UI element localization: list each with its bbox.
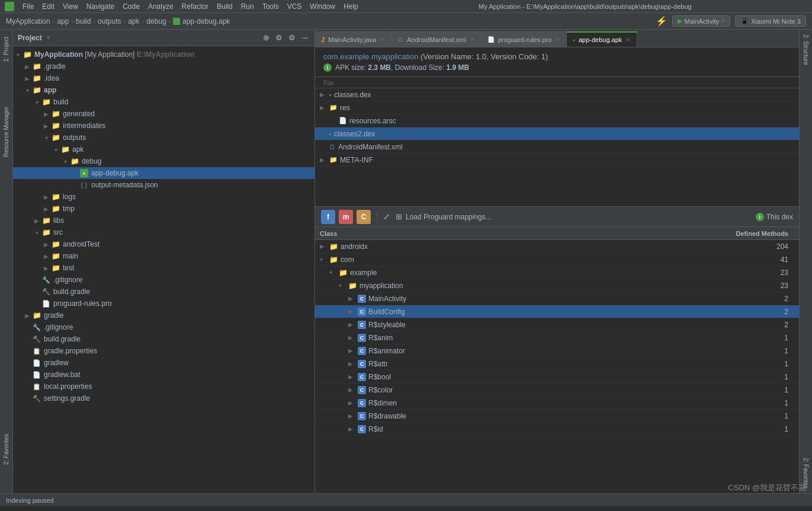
panel-icon-minimize[interactable]: ─ bbox=[300, 33, 310, 43]
tab-close-manifest[interactable]: ✕ bbox=[470, 36, 475, 43]
tab-androidmanifest[interactable]: 🗋 AndroidManifest.xml ✕ bbox=[391, 31, 482, 47]
tab-mainactivity[interactable]: J MainActivity.java ✕ bbox=[315, 31, 391, 47]
class-methods-com: 41 bbox=[699, 256, 794, 264]
tree-item-settings-gradle[interactable]: 🔨 settings.gradle bbox=[13, 392, 314, 404]
tab-apkdebug[interactable]: ▪ app-debug.apk ✕ bbox=[567, 31, 637, 47]
class-row-com[interactable]: ▾ 📁 com 41 bbox=[315, 253, 799, 266]
tree-item-buildgradle-root[interactable]: 🔨 build.gradle bbox=[13, 333, 314, 345]
class-row-buildconfig[interactable]: ▶ C BuildConfig 2 bbox=[315, 305, 799, 318]
device-selector[interactable]: 📱 Xiaomi Mi Note 3 bbox=[735, 15, 806, 27]
menu-vcs[interactable]: VCS bbox=[284, 1, 306, 12]
tree-item-app[interactable]: ▾ 📁 app bbox=[13, 84, 314, 96]
dex-btn-f[interactable]: f bbox=[321, 210, 335, 224]
class-row-mainactivity[interactable]: ▶ C MainActivity 2 bbox=[315, 292, 799, 305]
apk-item-androidmanifest[interactable]: 🗋 AndroidManifest.xml bbox=[315, 140, 799, 154]
tree-item-gradle-hidden[interactable]: ▶ 📁 .gradle bbox=[13, 60, 314, 72]
tree-item-gitignore-app[interactable]: 🔧 .gitignore bbox=[13, 274, 314, 286]
menu-window[interactable]: Window bbox=[306, 1, 339, 12]
breadcrumb-root[interactable]: MyApplication bbox=[6, 17, 50, 25]
panel-dropdown-icon[interactable]: ▾ bbox=[47, 34, 50, 41]
menu-refactor[interactable]: Refactor bbox=[178, 1, 212, 12]
panel-icon-locate[interactable]: ⊕ bbox=[261, 33, 271, 43]
class-row-rstyleable[interactable]: ▶ C R$styleable 2 bbox=[315, 318, 799, 331]
right-tab-favorites[interactable]: 2: Favorites bbox=[801, 453, 810, 493]
tree-item-src[interactable]: ▾ 📁 src bbox=[13, 226, 314, 238]
tree-item-debug[interactable]: ▾ 📁 debug bbox=[13, 155, 314, 167]
tree-item-buildgradle-app[interactable]: 🔨 build.gradle bbox=[13, 286, 314, 298]
class-row-rdrawable[interactable]: ▶ C R$drawable 1 bbox=[315, 410, 799, 423]
class-row-rbool[interactable]: ▶ C R$bool 1 bbox=[315, 371, 799, 384]
menu-help[interactable]: Help bbox=[340, 1, 362, 12]
breadcrumb-debug[interactable]: debug bbox=[146, 17, 166, 25]
tree-item-gradle-folder[interactable]: ▶ 📁 gradle bbox=[13, 309, 314, 321]
apk-item-classes-dex[interactable]: ▶ ▪ classes.dex bbox=[315, 88, 799, 101]
panel-icon-gear2[interactable]: ⚙ bbox=[287, 33, 297, 43]
tree-item-gradle-props[interactable]: 📋 gradle.properties bbox=[13, 345, 314, 357]
tree-item-generated[interactable]: ▶ 📁 generated bbox=[13, 108, 314, 120]
right-tab-structure[interactable]: 2: Structure bbox=[801, 30, 810, 70]
tree-item-apkfolder[interactable]: ▾ 📁 apk bbox=[13, 143, 314, 155]
breadcrumb-build[interactable]: build bbox=[76, 17, 91, 25]
tree-item-local-props[interactable]: 📋 local.properties bbox=[13, 381, 314, 392]
menu-view[interactable]: View bbox=[59, 1, 82, 12]
build-icon[interactable]: ⚡ bbox=[656, 15, 667, 27]
menu-tools[interactable]: Tools bbox=[259, 1, 283, 12]
sidebar-tab-project[interactable]: 1: Project bbox=[2, 32, 11, 66]
run-config-selector[interactable]: ▶ MainActivity ▾ bbox=[672, 15, 731, 27]
menu-build[interactable]: Build bbox=[213, 1, 236, 12]
tree-item-gitignore-root[interactable]: 🔧 .gitignore bbox=[13, 321, 314, 333]
dex-toolbar-icon1[interactable]: ⤢ bbox=[383, 212, 390, 221]
tree-item-build[interactable]: ▾ 📁 build bbox=[13, 96, 314, 108]
tree-item-test[interactable]: ▶ 📁 test bbox=[13, 262, 314, 274]
menu-edit[interactable]: Edit bbox=[38, 1, 58, 12]
tab-close-apk[interactable]: ✕ bbox=[625, 36, 631, 44]
sidebar-tab-favorites[interactable]: 2: Favorites bbox=[2, 429, 11, 470]
tab-close-proguard[interactable]: ✕ bbox=[555, 36, 560, 43]
class-row-rattr[interactable]: ▶ C R$attr 1 bbox=[315, 357, 799, 371]
tree-item-proguard[interactable]: 📄 proguard-rules.pro bbox=[13, 298, 314, 309]
menu-code[interactable]: Code bbox=[119, 1, 143, 12]
sidebar-tab-resource[interactable]: Resource Manager bbox=[2, 102, 11, 162]
breadcrumb-apkfile[interactable]: app-debug.apk bbox=[182, 17, 230, 25]
panel-icon-settings[interactable]: ⚙ bbox=[274, 33, 284, 43]
dex-toolbar-icon2[interactable]: ⊞ bbox=[396, 212, 402, 221]
breadcrumb-app[interactable]: app bbox=[57, 17, 69, 25]
apk-item-metainf[interactable]: ▶ 📁 META-INF bbox=[315, 154, 799, 167]
tree-item-myapp[interactable]: ▾ 📁 MyApplication [My Application] E:\My… bbox=[13, 49, 314, 60]
class-row-rdimen[interactable]: ▶ C R$dimen 1 bbox=[315, 397, 799, 410]
tree-item-gradlew[interactable]: 📄 gradlew bbox=[13, 357, 314, 369]
class-row-example[interactable]: ▾ 📁 example 23 bbox=[315, 266, 799, 279]
class-row-rcolor[interactable]: ▶ C R$color 1 bbox=[315, 384, 799, 397]
tab-close-mainactivity[interactable]: ✕ bbox=[380, 36, 385, 43]
dex-btn-c[interactable]: C bbox=[357, 210, 371, 224]
tree-item-idea[interactable]: ▶ 📁 .idea bbox=[13, 72, 314, 84]
tree-item-logs[interactable]: ▶ 📁 logs bbox=[13, 191, 314, 203]
col-header-class: Class bbox=[320, 230, 699, 237]
class-row-rid[interactable]: ▶ C R$id 1 bbox=[315, 423, 799, 436]
tree-item-apkfile[interactable]: A app-debug.apk bbox=[13, 167, 314, 179]
apk-item-res[interactable]: ▶ 📁 res bbox=[315, 101, 799, 114]
class-row-myapp[interactable]: ▾ 📁 myapplication 23 bbox=[315, 279, 799, 292]
class-row-ranim[interactable]: ▶ C R$anim 1 bbox=[315, 331, 799, 344]
breadcrumb-outputs[interactable]: outputs bbox=[98, 17, 121, 25]
tree-item-main[interactable]: ▶ 📁 main bbox=[13, 250, 314, 262]
tree-item-metadata[interactable]: { } output-metadata.json bbox=[13, 179, 314, 191]
tree-item-tmp[interactable]: ▶ 📁 tmp bbox=[13, 203, 314, 215]
tree-item-gradlew-bat[interactable]: 📄 gradlew.bat bbox=[13, 369, 314, 381]
class-row-ranimator[interactable]: ▶ C R$animator 1 bbox=[315, 344, 799, 357]
dex-load-proguard-btn[interactable]: Load Proguard mappings... bbox=[406, 213, 492, 221]
tree-item-intermediates[interactable]: ▶ 📁 intermediates bbox=[13, 120, 314, 132]
menu-file[interactable]: File bbox=[19, 1, 37, 12]
tree-item-androidtest[interactable]: ▶ 📁 androidTest bbox=[13, 238, 314, 250]
menu-navigate[interactable]: Navigate bbox=[83, 1, 118, 12]
class-row-androidx[interactable]: ▶ 📁 androidx 204 bbox=[315, 240, 799, 253]
dex-btn-m[interactable]: m bbox=[339, 210, 353, 224]
breadcrumb-apk[interactable]: apk bbox=[128, 17, 139, 25]
tree-item-libs[interactable]: ▶ 📁 libs bbox=[13, 215, 314, 226]
tree-item-outputs[interactable]: ▾ 📁 outputs bbox=[13, 132, 314, 143]
menu-run[interactable]: Run bbox=[237, 1, 258, 12]
apk-item-resources-arsc[interactable]: 📄 resources.arsc bbox=[315, 114, 799, 127]
tab-proguard[interactable]: 📄 proguard-rules.pro ✕ bbox=[482, 31, 567, 47]
menu-analyze[interactable]: Analyze bbox=[145, 1, 177, 12]
apk-item-classes2-dex[interactable]: ▪ classes2.dex bbox=[315, 127, 799, 140]
